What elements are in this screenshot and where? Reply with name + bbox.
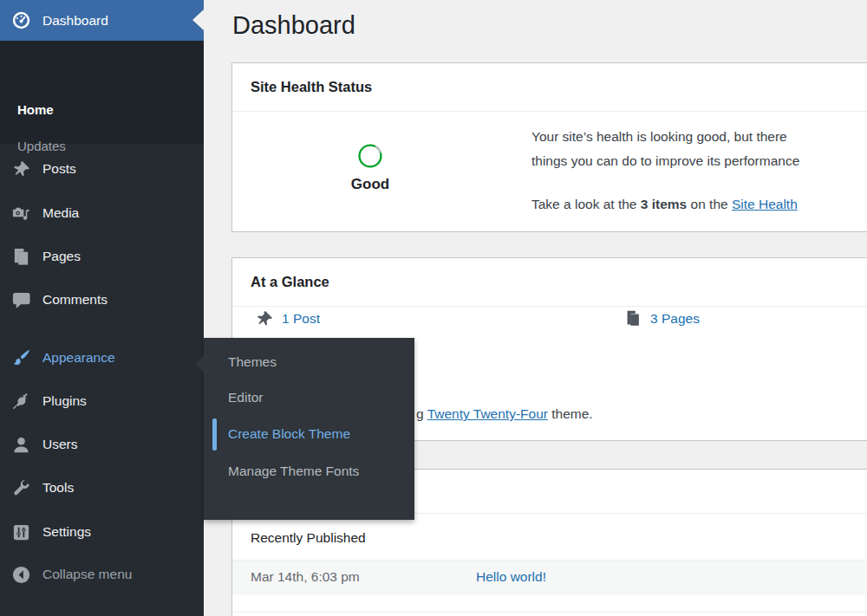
sidebar-item-users[interactable]: Users [0, 423, 204, 466]
glance-pages-link[interactable]: 3 Pages [623, 309, 700, 328]
sidebar-item-plugins[interactable]: Plugins [0, 379, 204, 423]
current-page-pointer [192, 10, 204, 30]
sidebar-item-comments[interactable]: Comments [0, 278, 204, 321]
flyout-item-themes[interactable]: Themes [228, 353, 277, 372]
theme-line-prefix: g [416, 406, 427, 421]
health-text-line2: things you can do to improve its perform… [531, 149, 799, 173]
dashboard-submenu: Home Updates [0, 41, 204, 144]
stacked-pages-icon [623, 309, 642, 328]
sidebar-item-appearance[interactable]: Appearance [0, 336, 204, 379]
glance-posts-label: 1 Post [282, 311, 320, 327]
flyout-item-manage-theme-fonts[interactable]: Manage Theme Fonts [228, 460, 380, 483]
health-status-label: Good [322, 176, 419, 193]
speech-bubble-icon [11, 290, 31, 310]
sidebar-item-pages[interactable]: Pages [0, 235, 204, 278]
sidebar-item-label: Tools [42, 480, 74, 496]
site-health-card: Site Health Status Good Your site’s heal… [231, 62, 867, 232]
site-health-link[interactable]: Site Health [732, 197, 798, 211]
sidebar-item-label: Posts [42, 161, 76, 177]
page-title: Dashboard [232, 11, 355, 40]
health-line3-mid: on the [687, 197, 732, 211]
admin-sidebar: Dashboard Home Updates Posts Media [0, 0, 204, 616]
wordpress-admin-dashboard: Dashboard Site Health Status Good Your s… [0, 0, 867, 616]
sidebar-item-label: Plugins [42, 393, 87, 409]
sidebar-item-posts[interactable]: Posts [0, 147, 204, 191]
camera-note-icon [11, 204, 31, 224]
health-status-donut-icon [356, 142, 384, 170]
pushpin-icon [11, 159, 31, 179]
paintbrush-icon [11, 348, 31, 368]
sidebar-item-settings[interactable]: Settings [0, 510, 204, 554]
sidebar-item-tools[interactable]: Tools [0, 466, 204, 509]
collapse-arrow-icon [11, 565, 31, 585]
flyout-pointer [196, 355, 204, 373]
glance-posts-link[interactable]: 1 Post [255, 309, 320, 328]
sidebar-item-label: Settings [42, 524, 91, 540]
at-a-glance-card-title: At a Glance [232, 258, 867, 307]
person-icon [11, 435, 31, 455]
sidebar-item-label: Comments [42, 292, 108, 308]
sidebar-item-label: Media [42, 205, 79, 221]
sliders-icon [11, 522, 31, 542]
site-health-card-title: Site Health Status [232, 63, 867, 112]
divider [232, 612, 867, 613]
appearance-flyout-menu: Themes Editor Create Block Theme Manage … [204, 338, 414, 520]
stacked-pages-icon [11, 247, 31, 267]
collapse-menu-button[interactable]: Collapse menu [0, 553, 204, 596]
sidebar-item-home[interactable]: Home [17, 100, 54, 120]
theme-line-suffix: theme. [548, 406, 593, 421]
sidebar-item-dashboard[interactable]: Dashboard [0, 0, 204, 41]
recently-published-heading: Recently Published [251, 530, 366, 546]
recent-post-link[interactable]: Hello world! [476, 569, 546, 585]
sidebar-item-label: Pages [42, 249, 81, 264]
recent-post-row: Mar 14th, 6:03 pm Hello world! [232, 561, 867, 595]
glance-theme-line: g Twenty Twenty-Four theme. [416, 406, 593, 422]
pushpin-icon [255, 309, 274, 328]
sidebar-item-label: Appearance [42, 350, 115, 366]
theme-link[interactable]: Twenty Twenty-Four [427, 406, 548, 421]
health-text-line3: Take a look at the 3 items on the Site H… [531, 192, 799, 217]
plug-icon [11, 392, 31, 412]
active-item-indicator [212, 418, 217, 451]
sidebar-item-label: Dashboard [42, 13, 108, 29]
glance-pages-label: 3 Pages [650, 311, 700, 327]
sidebar-item-label: Users [42, 437, 77, 452]
dashboard-gauge-icon [11, 10, 31, 30]
health-text-line1: Your site’s health is looking good, but … [531, 125, 799, 149]
health-line3-prefix: Take a look at the [531, 197, 641, 211]
flyout-item-editor[interactable]: Editor [228, 388, 264, 407]
recent-post-date: Mar 14th, 6:03 pm [251, 569, 360, 585]
wrench-icon [11, 478, 31, 498]
flyout-item-create-block-theme[interactable]: Create Block Theme [228, 425, 350, 444]
sidebar-item-label: Collapse menu [42, 567, 132, 582]
health-items-count: 3 items [641, 197, 687, 211]
sidebar-item-media[interactable]: Media [0, 191, 204, 235]
health-status-text: Your site’s health is looking good, but … [531, 125, 799, 217]
